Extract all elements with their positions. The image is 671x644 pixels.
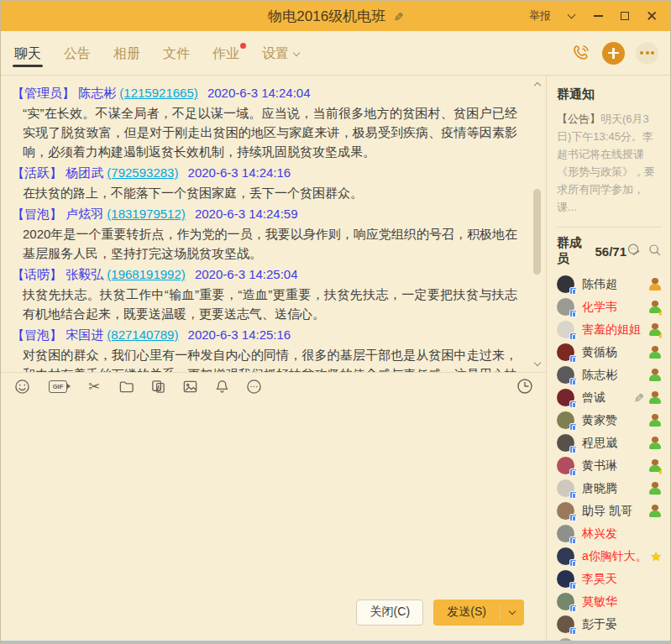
titlebar: 物电2016级机电班 ✎ 举报 ✕ <box>1 1 670 31</box>
sender-name[interactable]: 【活跃】 杨团武 <box>12 165 103 180</box>
member-row[interactable]: 莫敏华 <box>557 590 662 613</box>
send-options-caret[interactable] <box>501 611 524 614</box>
gif-hotpic-button[interactable]: GIF <box>45 378 71 395</box>
member-avatar <box>557 366 574 384</box>
member-row[interactable]: 林兴发 <box>557 522 662 545</box>
sender-uid-link[interactable]: (1968191992) <box>107 267 185 281</box>
member-row[interactable]: 陈伟超 <box>557 273 662 296</box>
notice-tag: 【文件】 <box>557 226 600 228</box>
member-row[interactable]: 唐晓腾 <box>557 477 662 500</box>
member-level-person-icon <box>648 391 662 405</box>
message-history-panel: 【管理员】 陈志彬 (1215921665) 2020-6-3 14:24:04… <box>1 76 546 373</box>
member-row[interactable]: 曾诚 ✎ <box>557 386 662 409</box>
star-badge-icon: ★ <box>658 467 662 476</box>
sender-name[interactable]: 【冒泡】 卢炫羽 <box>12 207 103 221</box>
group-notice-title: 群通知 <box>557 86 662 102</box>
member-row[interactable]: 李昊天 <box>557 568 662 590</box>
member-avatar <box>557 593 574 610</box>
screenshot-button[interactable]: ✂ <box>86 378 102 395</box>
member-name: 彭于晏 <box>582 617 617 632</box>
member-row[interactable]: 害羞的姐姐☺ ★ <box>557 318 662 341</box>
chevron-down-icon <box>293 49 300 55</box>
add-member-button[interactable] <box>602 42 625 65</box>
mobile-online-badge-icon <box>569 582 577 589</box>
send-button[interactable]: 发送(S) <box>433 599 524 626</box>
tab-settings[interactable]: 设置 <box>260 33 301 74</box>
tab-announcement[interactable]: 公告 <box>62 33 92 74</box>
emoji-button[interactable] <box>13 378 30 395</box>
member-row[interactable]: 助导 凯哥 <box>557 500 662 522</box>
maximize-button[interactable] <box>613 5 637 27</box>
message-input[interactable] <box>1 400 546 595</box>
more-actions-button[interactable] <box>636 42 658 65</box>
member-list: 陈伟超 化学韦 ★ 害羞的姐姐☺ ★ 黄循杨 陈志彬 <box>557 273 662 641</box>
tab-label: 相册 <box>113 45 140 63</box>
titlebar-chevron-button[interactable] <box>559 5 583 27</box>
chat-message: 【冒泡】 宋国进 (827140789) 2020-6-3 14:25:16 对… <box>12 326 517 373</box>
tab-homework[interactable]: 作业 <box>211 33 241 74</box>
member-row[interactable]: 彭于晏 <box>557 613 662 636</box>
close-button[interactable]: 关闭(C) <box>356 599 423 626</box>
search-member-button[interactable] <box>647 243 662 260</box>
sender-uid-link[interactable]: (792593283) <box>107 165 178 180</box>
member-row[interactable]: 化学韦 ★ <box>557 296 662 318</box>
more-tools-button[interactable] <box>245 378 262 395</box>
tab-files[interactable]: 文件 <box>161 33 191 74</box>
tab-chat[interactable]: 聊天 <box>13 33 43 74</box>
scroll-up-arrow-icon[interactable] <box>532 78 543 90</box>
member-avatar <box>557 321 574 338</box>
scrollbar-thumb[interactable] <box>533 189 541 275</box>
close-icon: ✕ <box>646 9 658 24</box>
sender-name[interactable]: 【冒泡】 宋国进 <box>12 327 103 342</box>
edit-title-pencil-icon[interactable]: ✎ <box>391 12 405 22</box>
voice-call-button[interactable] <box>570 43 591 64</box>
sender-uid-link[interactable]: (1215921665) <box>119 86 197 100</box>
member-row[interactable]: 陈志彬 <box>557 364 662 386</box>
member-avatar <box>557 457 574 474</box>
send-image-button[interactable] <box>181 378 198 395</box>
mobile-online-badge-icon <box>569 469 577 476</box>
message-header: 【冒泡】 宋国进 (827140789) 2020-6-3 14:25:16 <box>12 326 517 344</box>
member-row-icons: ★ <box>648 301 662 314</box>
mobile-online-badge-icon <box>569 514 577 521</box>
minimize-button[interactable] <box>586 5 610 27</box>
scroll-down-arrow-icon[interactable] <box>532 358 543 369</box>
shake-nudge-button[interactable] <box>213 378 230 395</box>
member-row[interactable]: 程思崴 <box>557 432 662 454</box>
message-timestamp: 2020-6-3 14:24:59 <box>195 207 298 221</box>
notice-item[interactable]: 【文件】物电学院文华在... <box>557 223 662 228</box>
window-bottom-edge <box>1 641 670 643</box>
member-row[interactable]: 黄家赞 <box>557 409 662 432</box>
search-icon <box>647 243 662 257</box>
capture-window-button[interactable] <box>149 378 166 395</box>
member-name: 陈志彬 <box>582 368 617 383</box>
member-row[interactable]: 黄循杨 <box>557 341 662 364</box>
emoji-icon <box>14 379 30 395</box>
shake-bell-icon <box>214 379 230 395</box>
message-body: 对贫困的群众，我们心里有一种发自内心的同情，很多的基层干部也是从贫困中走过来，和… <box>12 345 517 373</box>
send-button-label[interactable]: 发送(S) <box>433 605 500 620</box>
send-file-button[interactable] <box>118 378 134 395</box>
member-level-person-icon <box>648 278 662 291</box>
member-name: 化学韦 <box>582 300 617 315</box>
sender-name[interactable]: 【管理员】 陈志彬 <box>12 86 116 100</box>
member-row[interactable]: a你胸针大。 ★ <box>557 545 662 568</box>
chat-scrollbar[interactable] <box>532 78 543 369</box>
notice-item[interactable]: 【公告】明天(6月3日)下午13:45分。李超书记将在线授课《形势与政策》，要求… <box>557 110 662 216</box>
message-list: 【管理员】 陈志彬 (1215921665) 2020-6-3 14:24:04… <box>12 84 517 373</box>
close-window-button[interactable]: ✕ <box>640 5 663 27</box>
sender-uid-link[interactable]: (1831979512) <box>107 207 185 221</box>
sender-uid-link[interactable]: (827140789) <box>107 327 178 342</box>
chat-column: 【管理员】 陈志彬 (1215921665) 2020-6-3 14:24:04… <box>1 76 547 641</box>
message-timestamp: 2020-6-3 14:25:16 <box>188 327 291 342</box>
report-button[interactable]: 举报 <box>524 5 556 27</box>
tab-album[interactable]: 相册 <box>112 33 142 74</box>
member-row[interactable]: 黄书琳 ★ <box>557 454 662 477</box>
sender-name[interactable]: 【话唠】 张毅弘 <box>12 267 103 281</box>
tab-list: 聊天 公告 相册 文件 作业 设置 <box>13 31 301 75</box>
message-header: 【活跃】 杨团武 (792593283) 2020-6-3 14:24:16 <box>12 164 517 182</box>
member-name: 曾诚 <box>582 390 605 406</box>
anonymous-chat-button[interactable] <box>626 243 641 260</box>
member-row-icons <box>648 437 662 450</box>
message-history-button[interactable] <box>516 378 533 395</box>
